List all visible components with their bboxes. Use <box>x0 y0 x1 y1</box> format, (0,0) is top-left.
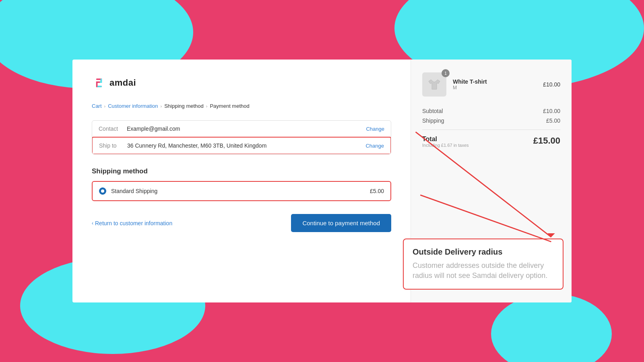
back-chevron-icon: ‹ <box>92 220 93 226</box>
ship-to-label: Ship to <box>99 142 127 149</box>
shipping-summary-label: Shipping <box>422 117 444 124</box>
shipping-section-title: Shipping method <box>92 167 391 175</box>
subtotal-label: Subtotal <box>422 108 443 114</box>
right-panel: 1 White T-shirt M £10.00 Subtotal £10.00… <box>411 60 572 302</box>
total-label: Total <box>422 136 469 143</box>
subtotal-value: £10.00 <box>543 108 560 114</box>
logo-area: amdai <box>92 76 391 90</box>
breadcrumb-sep-2: › <box>161 104 162 109</box>
shipping-option-standard[interactable]: Standard Shipping £5.00 <box>92 181 391 201</box>
radio-inner <box>101 189 104 193</box>
callout-body: Customer addresses outside the delivery … <box>413 261 554 281</box>
radio-button[interactable] <box>99 187 106 195</box>
breadcrumb-customer-information[interactable]: Customer information <box>108 103 158 109</box>
svg-marker-3 <box>547 233 555 237</box>
total-line: Total Including £1.67 in taxes £15.00 <box>422 136 560 148</box>
product-info: White T-shirt M <box>453 78 543 90</box>
contact-row: Contact Example@gmail.com Change <box>92 121 391 137</box>
callout-box: Outside Delivery radius Customer address… <box>403 239 564 290</box>
breadcrumb-shipping-method: Shipping method <box>164 103 204 109</box>
ship-to-change-button[interactable]: Change <box>365 143 384 149</box>
info-table: Contact Example@gmail.com Change Ship to… <box>92 120 391 154</box>
summary-divider <box>422 130 560 130</box>
bottom-actions: ‹ Return to customer information Continu… <box>92 214 391 232</box>
ship-to-value: 36 Cunnery Rd, Manchester, M60 3TB, Unit… <box>127 142 365 149</box>
continue-button[interactable]: Continue to payment method <box>291 214 391 232</box>
logo-text: amdai <box>109 78 136 88</box>
main-card: amdai Cart › Customer information › Ship… <box>72 60 572 302</box>
contact-label: Contact <box>99 125 127 132</box>
product-name: White T-shirt <box>453 78 543 85</box>
shipping-summary-value: £5.00 <box>546 117 560 124</box>
breadcrumb: Cart › Customer information › Shipping m… <box>92 103 391 109</box>
breadcrumb-cart[interactable]: Cart <box>92 103 102 109</box>
svg-line-2 <box>420 195 551 242</box>
total-amount: £15.00 <box>533 136 560 146</box>
breadcrumb-sep-1: › <box>104 104 106 109</box>
breadcrumb-sep-3: › <box>206 104 208 109</box>
subtotal-line: Subtotal £10.00 <box>422 108 560 114</box>
back-link-label: Return to customer information <box>95 220 172 226</box>
shipping-option-price: £5.00 <box>370 188 384 194</box>
back-link[interactable]: ‹ Return to customer information <box>92 220 172 226</box>
product-price: £10.00 <box>543 81 560 88</box>
shipping-summary-line: Shipping £5.00 <box>422 117 560 124</box>
svg-line-1 <box>416 132 551 237</box>
product-quantity-badge: 1 <box>442 69 450 77</box>
callout-title: Outside Delivery radius <box>413 247 554 257</box>
shipping-option-left: Standard Shipping <box>99 187 157 195</box>
product-row: 1 White T-shirt M £10.00 <box>422 72 560 97</box>
contact-value: Example@gmail.com <box>127 125 366 132</box>
product-variant: M <box>453 85 543 90</box>
tshirt-icon <box>427 77 442 92</box>
product-image-wrap: 1 <box>422 72 446 97</box>
breadcrumb-payment-method: Payment method <box>210 103 249 109</box>
tax-note: Including £1.67 in taxes <box>422 143 469 148</box>
samdai-logo-icon <box>92 76 106 90</box>
left-panel: amdai Cart › Customer information › Ship… <box>72 60 411 302</box>
ship-to-row: Ship to 36 Cunnery Rd, Manchester, M60 3… <box>92 137 391 154</box>
shipping-option-name: Standard Shipping <box>111 188 157 194</box>
bg-blob-bottom-right <box>491 294 612 362</box>
contact-change-button[interactable]: Change <box>366 126 384 132</box>
